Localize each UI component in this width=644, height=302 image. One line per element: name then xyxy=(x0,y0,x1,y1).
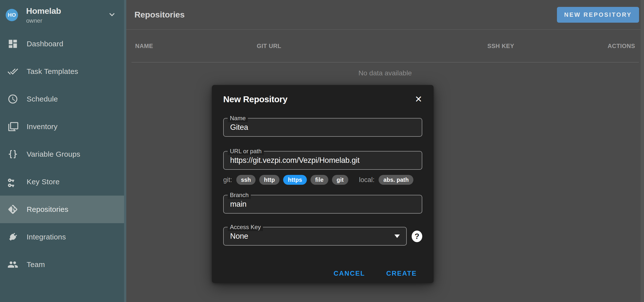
chevron-down-icon[interactable] xyxy=(108,10,116,20)
keys-icon xyxy=(7,176,19,188)
dialog-titlebar: New Repository ✕ xyxy=(223,85,422,104)
new-repository-button[interactable]: NEW REPOSITORY xyxy=(557,7,639,23)
sidebar-item-task-templates[interactable]: Task Templates xyxy=(0,58,126,85)
topbar: Repositories NEW REPOSITORY xyxy=(126,0,644,30)
cancel-button[interactable]: CANCEL xyxy=(329,267,370,280)
sidebar-item-dashboard[interactable]: Dashboard xyxy=(0,30,126,58)
plug-icon xyxy=(7,231,19,243)
branch-field-label: Branch xyxy=(228,191,251,199)
project-name: Homelab xyxy=(26,6,61,16)
dialog-actions: CANCEL CREATE xyxy=(223,267,422,280)
project-initials: HO xyxy=(8,12,16,18)
sidebar-item-team[interactable]: Team xyxy=(0,251,126,278)
column-header-ssh-key[interactable]: SSH KEY xyxy=(488,43,608,49)
clock-icon xyxy=(7,93,19,105)
sidebar-item-integrations[interactable]: Integrations xyxy=(0,223,126,251)
chip-file[interactable]: file xyxy=(310,175,328,185)
sidebar-item-schedule[interactable]: Schedule xyxy=(0,85,126,113)
name-field[interactable]: Name Gitea xyxy=(223,118,422,137)
braces-icon xyxy=(7,148,19,160)
project-meta: Homelab owner xyxy=(26,6,61,24)
column-header-name[interactable]: NAME xyxy=(135,43,257,49)
new-repository-dialog: New Repository ✕ Name Gitea URL or path … xyxy=(212,85,434,283)
access-key-select[interactable]: Access Key None xyxy=(223,227,407,246)
sidebar-scrollbar[interactable] xyxy=(124,0,126,302)
sidebar-item-label: Task Templates xyxy=(27,67,78,76)
access-key-value: None xyxy=(230,232,248,241)
chip-http[interactable]: http xyxy=(259,175,280,185)
chip-https[interactable]: https xyxy=(283,175,306,185)
sidebar-item-key-store[interactable]: Key Store xyxy=(0,168,126,196)
git-icon xyxy=(7,203,19,215)
chip-ssh[interactable]: ssh xyxy=(236,175,256,185)
local-hint-label: local: xyxy=(359,176,374,184)
help-icon[interactable]: ? xyxy=(412,231,422,242)
help-glyph: ? xyxy=(414,232,420,241)
url-scheme-hints: git: ssh http https file git local: abs.… xyxy=(223,175,422,185)
sidebar-item-label: Team xyxy=(27,260,45,269)
page-scrollbar[interactable] xyxy=(640,0,644,302)
column-header-git-url[interactable]: GIT URL xyxy=(257,43,488,49)
sidebar-item-label: Schedule xyxy=(27,95,58,103)
project-switcher[interactable]: HO Homelab owner xyxy=(0,0,126,30)
dropdown-caret-icon[interactable] xyxy=(394,235,400,238)
close-icon[interactable]: ✕ xyxy=(415,95,422,104)
sidebar-item-label: Integrations xyxy=(27,233,66,241)
page-title: Repositories xyxy=(134,10,185,19)
url-field-label: URL or path xyxy=(228,147,264,155)
sidebar: HO Homelab owner Dashboard Task Template… xyxy=(0,0,126,302)
sidebar-item-inventory[interactable]: Inventory xyxy=(0,113,126,141)
sidebar-item-repositories[interactable]: Repositories xyxy=(0,196,126,223)
monitor-icon xyxy=(7,121,19,133)
dialog-title: New Repository xyxy=(223,94,287,104)
url-field[interactable]: URL or path https://git.vezpi.com/Vezpi/… xyxy=(223,151,422,170)
people-icon xyxy=(7,259,19,271)
column-header-actions: ACTIONS xyxy=(608,43,635,49)
url-field-value: https://git.vezpi.com/Vezpi/Homelab.git xyxy=(230,156,360,165)
chip-git[interactable]: git xyxy=(332,175,348,185)
sidebar-item-variable-groups[interactable]: Variable Groups xyxy=(0,141,126,168)
name-field-value: Gitea xyxy=(230,123,248,132)
table-header: NAME GIT URL SSH KEY ACTIONS xyxy=(132,30,639,63)
double-check-icon xyxy=(7,66,19,77)
access-key-row: Access Key None ? xyxy=(223,227,422,246)
project-avatar: HO xyxy=(6,9,18,21)
grid-icon xyxy=(7,38,19,50)
sidebar-item-label: Variable Groups xyxy=(27,150,80,158)
project-role: owner xyxy=(26,17,61,24)
chip-abs-path[interactable]: abs. path xyxy=(378,175,414,185)
git-hint-label: git: xyxy=(223,176,232,184)
sidebar-item-label: Inventory xyxy=(27,123,58,131)
sidebar-item-label: Key Store xyxy=(27,178,60,186)
name-field-label: Name xyxy=(228,114,248,122)
access-key-label: Access Key xyxy=(228,223,263,231)
branch-field[interactable]: Branch main xyxy=(223,195,422,214)
table-empty-message: No data available xyxy=(126,69,644,77)
branch-field-value: main xyxy=(230,200,246,209)
sidebar-item-label: Dashboard xyxy=(27,40,64,48)
create-button[interactable]: CREATE xyxy=(382,267,421,280)
sidebar-item-label: Repositories xyxy=(27,205,68,214)
